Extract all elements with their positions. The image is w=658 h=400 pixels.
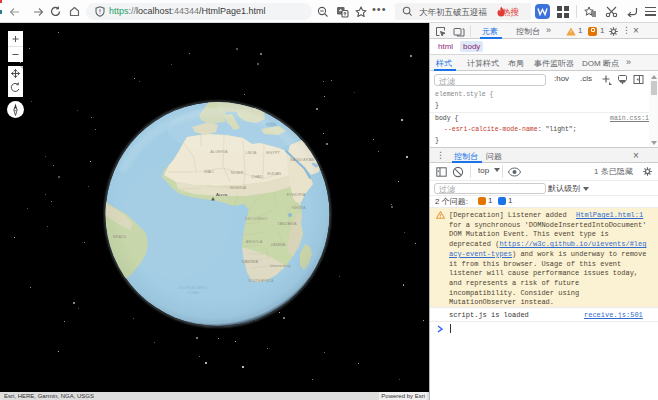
svg-text:!: !	[439, 213, 442, 219]
